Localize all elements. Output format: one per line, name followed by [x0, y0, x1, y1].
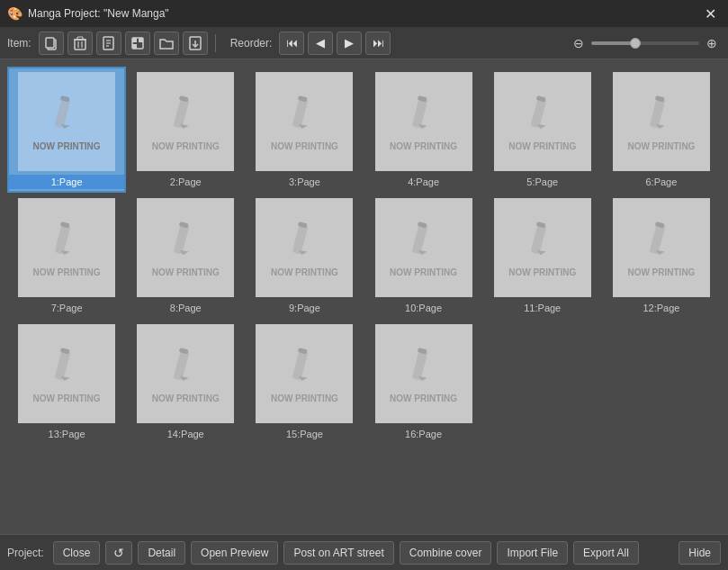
svg-rect-50 [649, 223, 665, 254]
page-item-7[interactable]: NOW PRINTING 7:Page [7, 193, 126, 319]
page-item-2[interactable]: NOW PRINTING 2:Page [126, 67, 245, 193]
pencil-icon [282, 93, 327, 138]
page-item-13[interactable]: NOW PRINTING 13:Page [7, 319, 126, 445]
page-item-8[interactable]: NOW PRINTING 8:Page [126, 193, 245, 319]
now-printing-label: NOW PRINTING [152, 141, 220, 151]
page-thumbnail: NOW PRINTING [137, 72, 234, 171]
page-label: 12:Page [643, 301, 679, 317]
pencil-icon [163, 93, 208, 138]
page-thumbnail: NOW PRINTING [375, 72, 472, 171]
svg-rect-44 [411, 223, 427, 254]
page-label: 1:Page [9, 175, 124, 189]
page-item-5[interactable]: NOW PRINTING 5:Page [483, 67, 602, 193]
svg-rect-32 [649, 97, 665, 128]
main-content: NOW PRINTING 1:Page NOW PRINTING 2:Page [0, 59, 728, 534]
zoom-out-button[interactable]: ⊖ [570, 34, 588, 52]
now-printing-label: NOW PRINTING [390, 267, 457, 277]
title-bar-left: 🎨 Manga Project: "New Manga" [7, 6, 169, 21]
post-art-street-button[interactable]: Post on ART street [283, 541, 393, 565]
item-label: Item: [7, 37, 31, 50]
pencil-icon [163, 345, 208, 390]
reorder-first-button[interactable]: ⏮ [279, 32, 304, 55]
svg-rect-47 [530, 223, 546, 254]
page-item-16[interactable]: NOW PRINTING 16:Page [364, 319, 483, 445]
page-label: 7:Page [51, 301, 83, 317]
pencil-icon [282, 219, 327, 264]
now-printing-label: NOW PRINTING [33, 267, 101, 277]
pencil-icon [44, 345, 89, 390]
pencil-icon [44, 219, 89, 264]
reorder-prev-button[interactable]: ◀ [308, 32, 333, 55]
svg-rect-38 [174, 223, 190, 254]
reorder-last-button[interactable]: ⏭ [365, 32, 391, 55]
svg-rect-17 [55, 97, 71, 128]
now-printing-label: NOW PRINTING [627, 141, 695, 151]
page-thumbnail: NOW PRINTING [375, 198, 472, 297]
separator-1 [215, 34, 216, 52]
zoom-slider[interactable] [591, 41, 699, 45]
page-thumbnail: NOW PRINTING [613, 198, 710, 297]
window-close-button[interactable]: ✕ [699, 3, 721, 24]
now-printing-label: NOW PRINTING [33, 394, 101, 403]
now-printing-label: NOW PRINTING [271, 267, 338, 277]
page-thumbnail: NOW PRINTING [18, 324, 115, 423]
page-thumbnail: NOW PRINTING [494, 72, 591, 171]
detail-button[interactable]: Detail [138, 541, 185, 565]
pencil-icon [520, 219, 565, 264]
page-item-6[interactable]: NOW PRINTING 6:Page [602, 67, 721, 193]
pencil-icon [163, 219, 208, 264]
zoom-area: ⊖ ⊕ [570, 34, 721, 52]
page-label: 15:Page [286, 427, 323, 443]
export-all-button[interactable]: Export All [573, 541, 639, 565]
page-label: 14:Page [167, 427, 204, 443]
svg-rect-53 [55, 349, 71, 380]
svg-rect-13 [139, 38, 143, 42]
page-item-14[interactable]: NOW PRINTING 14:Page [126, 319, 245, 445]
zoom-in-button[interactable]: ⊕ [703, 34, 721, 52]
new-page-button[interactable] [96, 32, 121, 55]
page-item-4[interactable]: NOW PRINTING 4:Page [364, 67, 483, 193]
delete-button[interactable] [67, 32, 93, 55]
page-label: 16:Page [405, 427, 442, 443]
now-printing-label: NOW PRINTING [33, 141, 101, 151]
page-label: 3:Page [289, 175, 320, 191]
page-item-3[interactable]: NOW PRINTING 3:Page [245, 67, 364, 193]
page-item-10[interactable]: NOW PRINTING 10:Page [364, 193, 483, 319]
page-item-15[interactable]: NOW PRINTING 15:Page [245, 319, 364, 445]
now-printing-label: NOW PRINTING [271, 394, 338, 403]
svg-rect-20 [174, 97, 190, 128]
svg-rect-12 [132, 38, 137, 42]
page-thumbnail: NOW PRINTING [613, 72, 710, 171]
svg-rect-14 [132, 44, 137, 49]
page-thumbnail: NOW PRINTING [256, 198, 353, 297]
pencil-icon [282, 345, 327, 390]
page-thumbnail: NOW PRINTING [137, 198, 234, 297]
copy-button[interactable] [39, 32, 64, 55]
now-printing-label: NOW PRINTING [271, 141, 338, 151]
page-item-12[interactable]: NOW PRINTING 12:Page [602, 193, 721, 319]
hide-button[interactable]: Hide [679, 541, 721, 565]
open-preview-button[interactable]: Open Preview [191, 541, 278, 565]
svg-rect-2 [75, 40, 85, 50]
now-printing-label: NOW PRINTING [508, 267, 576, 277]
open-folder-button[interactable] [154, 32, 179, 55]
pencil-icon [520, 93, 565, 138]
svg-rect-29 [530, 97, 546, 128]
refresh-button[interactable]: ↺ [105, 541, 132, 565]
page-item-1[interactable]: NOW PRINTING 1:Page [7, 67, 126, 193]
template-button[interactable] [125, 32, 150, 55]
page-item-9[interactable]: NOW PRINTING 9:Page [245, 193, 364, 319]
toolbar: Item: Reorder: ⏮ ◀ ▶ ⏭ ⊖ ⊕ [0, 27, 728, 59]
window-title: Manga Project: "New Manga" [28, 7, 169, 20]
page-label: 11:Page [524, 301, 561, 317]
import-button[interactable] [183, 32, 208, 55]
import-file-button[interactable]: Import File [497, 541, 568, 565]
page-item-11[interactable]: NOW PRINTING 11:Page [483, 193, 602, 319]
pencil-icon [44, 93, 89, 138]
page-thumbnail: NOW PRINTING [375, 324, 472, 423]
svg-rect-62 [411, 349, 427, 380]
combine-cover-button[interactable]: Combine cover [400, 541, 492, 565]
reorder-next-button[interactable]: ▶ [337, 32, 362, 55]
close-button[interactable]: Close [53, 541, 101, 565]
svg-rect-41 [292, 223, 309, 254]
